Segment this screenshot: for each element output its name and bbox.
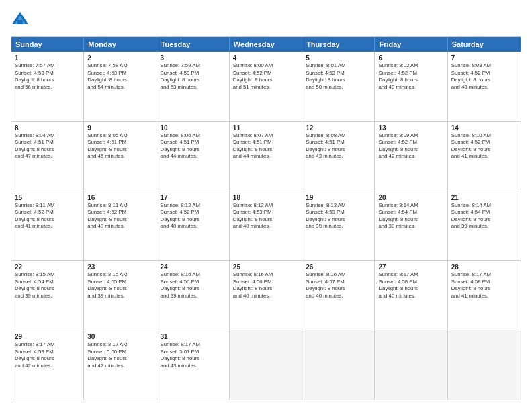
- calendar-cell: 7Sunrise: 8:03 AM Sunset: 4:52 PM Daylig…: [448, 52, 521, 121]
- cell-sun-info: Sunrise: 8:01 AM Sunset: 4:52 PM Dayligh…: [306, 62, 371, 91]
- calendar-cell: 16Sunrise: 8:11 AM Sunset: 4:52 PM Dayli…: [84, 191, 157, 261]
- day-number: 1: [15, 54, 80, 62]
- calendar-cell: 20Sunrise: 8:14 AM Sunset: 4:54 PM Dayli…: [375, 191, 447, 261]
- day-number: 26: [306, 263, 371, 271]
- day-of-week-header: Monday: [84, 37, 157, 52]
- calendar-cell: 24Sunrise: 8:16 AM Sunset: 4:56 PM Dayli…: [157, 261, 230, 330]
- calendar-cell: 8Sunrise: 8:04 AM Sunset: 4:51 PM Daylig…: [11, 122, 84, 191]
- day-number: 8: [15, 124, 80, 132]
- day-number: 24: [161, 263, 226, 271]
- calendar-week-row: 1Sunrise: 7:57 AM Sunset: 4:53 PM Daylig…: [11, 52, 521, 122]
- calendar-cell: 25Sunrise: 8:16 AM Sunset: 4:56 PM Dayli…: [230, 261, 302, 330]
- day-number: 3: [161, 54, 226, 62]
- calendar-cell: 11Sunrise: 8:07 AM Sunset: 4:51 PM Dayli…: [230, 122, 302, 191]
- day-number: 12: [306, 124, 371, 132]
- cell-sun-info: Sunrise: 8:15 AM Sunset: 4:54 PM Dayligh…: [15, 271, 80, 300]
- cell-sun-info: Sunrise: 8:03 AM Sunset: 4:52 PM Dayligh…: [451, 62, 517, 91]
- calendar-week-row: 15Sunrise: 8:11 AM Sunset: 4:52 PM Dayli…: [11, 191, 521, 261]
- day-number: 10: [161, 124, 226, 132]
- cell-sun-info: Sunrise: 8:07 AM Sunset: 4:51 PM Dayligh…: [233, 132, 298, 161]
- cell-sun-info: Sunrise: 8:11 AM Sunset: 4:52 PM Dayligh…: [87, 202, 152, 230]
- cell-sun-info: Sunrise: 7:58 AM Sunset: 4:53 PM Dayligh…: [87, 62, 152, 91]
- day-number: 9: [87, 124, 152, 132]
- cell-sun-info: Sunrise: 8:04 AM Sunset: 4:51 PM Dayligh…: [15, 132, 80, 161]
- calendar-cell: 28Sunrise: 8:17 AM Sunset: 4:58 PM Dayli…: [448, 261, 521, 330]
- day-number: 14: [451, 124, 517, 132]
- calendar-week-row: 22Sunrise: 8:15 AM Sunset: 4:54 PM Dayli…: [11, 261, 521, 330]
- calendar-cell: 9Sunrise: 8:05 AM Sunset: 4:51 PM Daylig…: [84, 122, 157, 191]
- calendar-cell: 29Sunrise: 8:17 AM Sunset: 4:59 PM Dayli…: [11, 330, 84, 400]
- cell-sun-info: Sunrise: 8:05 AM Sunset: 4:51 PM Dayligh…: [87, 132, 152, 161]
- logo: [11, 11, 32, 30]
- day-number: 27: [378, 263, 443, 271]
- day-number: 28: [451, 263, 517, 271]
- cell-sun-info: Sunrise: 8:13 AM Sunset: 4:53 PM Dayligh…: [306, 202, 371, 230]
- calendar-cell: 19Sunrise: 8:13 AM Sunset: 4:53 PM Dayli…: [302, 191, 375, 261]
- cell-sun-info: Sunrise: 8:13 AM Sunset: 4:53 PM Dayligh…: [233, 202, 298, 230]
- day-number: 4: [233, 54, 298, 62]
- day-number: 21: [451, 194, 517, 201]
- calendar-cell: [375, 330, 447, 400]
- calendar-cell: 3Sunrise: 7:59 AM Sunset: 4:53 PM Daylig…: [157, 52, 230, 121]
- cell-sun-info: Sunrise: 8:17 AM Sunset: 5:00 PM Dayligh…: [87, 341, 152, 369]
- day-number: 18: [233, 194, 298, 201]
- calendar-week-row: 8Sunrise: 8:04 AM Sunset: 4:51 PM Daylig…: [11, 122, 521, 191]
- calendar-cell: [448, 330, 521, 400]
- day-number: 15: [15, 194, 80, 201]
- day-number: 30: [87, 333, 152, 340]
- day-number: 20: [378, 194, 443, 201]
- calendar-cell: 18Sunrise: 8:13 AM Sunset: 4:53 PM Dayli…: [230, 191, 302, 261]
- header: [11, 11, 521, 30]
- calendar-cell: 5Sunrise: 8:01 AM Sunset: 4:52 PM Daylig…: [302, 52, 375, 121]
- calendar: SundayMondayTuesdayWednesdayThursdayFrid…: [11, 36, 521, 400]
- day-of-week-header: Saturday: [448, 37, 521, 52]
- day-number: 6: [378, 54, 443, 62]
- cell-sun-info: Sunrise: 8:12 AM Sunset: 4:52 PM Dayligh…: [161, 202, 226, 230]
- cell-sun-info: Sunrise: 8:15 AM Sunset: 4:55 PM Dayligh…: [87, 271, 152, 300]
- cell-sun-info: Sunrise: 8:17 AM Sunset: 4:59 PM Dayligh…: [15, 341, 80, 369]
- calendar-cell: 1Sunrise: 7:57 AM Sunset: 4:53 PM Daylig…: [11, 52, 84, 121]
- calendar-cell: 2Sunrise: 7:58 AM Sunset: 4:53 PM Daylig…: [84, 52, 157, 121]
- cell-sun-info: Sunrise: 8:16 AM Sunset: 4:56 PM Dayligh…: [161, 271, 226, 300]
- day-number: 2: [87, 54, 152, 62]
- cell-sun-info: Sunrise: 8:17 AM Sunset: 4:58 PM Dayligh…: [451, 271, 517, 300]
- logo-icon: [11, 11, 30, 30]
- calendar-cell: 15Sunrise: 8:11 AM Sunset: 4:52 PM Dayli…: [11, 191, 84, 261]
- day-number: 23: [87, 263, 152, 271]
- cell-sun-info: Sunrise: 7:59 AM Sunset: 4:53 PM Dayligh…: [161, 62, 226, 91]
- day-number: 29: [15, 333, 80, 340]
- calendar-cell: 10Sunrise: 8:06 AM Sunset: 4:51 PM Dayli…: [157, 122, 230, 191]
- cell-sun-info: Sunrise: 8:09 AM Sunset: 4:52 PM Dayligh…: [378, 132, 443, 161]
- day-number: 5: [306, 54, 371, 62]
- day-of-week-header: Tuesday: [157, 37, 230, 52]
- day-number: 22: [15, 263, 80, 271]
- day-number: 19: [306, 194, 371, 201]
- calendar-cell: 6Sunrise: 8:02 AM Sunset: 4:52 PM Daylig…: [375, 52, 447, 121]
- day-of-week-header: Sunday: [11, 37, 84, 52]
- cell-sun-info: Sunrise: 8:00 AM Sunset: 4:52 PM Dayligh…: [233, 62, 298, 91]
- day-of-week-header: Thursday: [302, 37, 375, 52]
- calendar-body: 1Sunrise: 7:57 AM Sunset: 4:53 PM Daylig…: [11, 52, 521, 400]
- calendar-cell: 23Sunrise: 8:15 AM Sunset: 4:55 PM Dayli…: [84, 261, 157, 330]
- calendar-cell: 22Sunrise: 8:15 AM Sunset: 4:54 PM Dayli…: [11, 261, 84, 330]
- calendar-cell: [230, 330, 302, 400]
- cell-sun-info: Sunrise: 8:02 AM Sunset: 4:52 PM Dayligh…: [378, 62, 443, 91]
- cell-sun-info: Sunrise: 8:10 AM Sunset: 4:52 PM Dayligh…: [451, 132, 517, 161]
- calendar-cell: 4Sunrise: 8:00 AM Sunset: 4:52 PM Daylig…: [230, 52, 302, 121]
- cell-sun-info: Sunrise: 7:57 AM Sunset: 4:53 PM Dayligh…: [15, 62, 80, 91]
- cell-sun-info: Sunrise: 8:11 AM Sunset: 4:52 PM Dayligh…: [15, 202, 80, 230]
- cell-sun-info: Sunrise: 8:06 AM Sunset: 4:51 PM Dayligh…: [161, 132, 226, 161]
- cell-sun-info: Sunrise: 8:14 AM Sunset: 4:54 PM Dayligh…: [451, 202, 517, 230]
- calendar-cell: 30Sunrise: 8:17 AM Sunset: 5:00 PM Dayli…: [84, 330, 157, 400]
- day-of-week-header: Friday: [375, 37, 447, 52]
- day-number: 11: [233, 124, 298, 132]
- cell-sun-info: Sunrise: 8:16 AM Sunset: 4:56 PM Dayligh…: [233, 271, 298, 300]
- calendar-cell: 17Sunrise: 8:12 AM Sunset: 4:52 PM Dayli…: [157, 191, 230, 261]
- cell-sun-info: Sunrise: 8:08 AM Sunset: 4:51 PM Dayligh…: [306, 132, 371, 161]
- cell-sun-info: Sunrise: 8:17 AM Sunset: 4:58 PM Dayligh…: [378, 271, 443, 300]
- calendar-cell: [302, 330, 375, 400]
- day-number: 31: [161, 333, 226, 340]
- calendar-week-row: 29Sunrise: 8:17 AM Sunset: 4:59 PM Dayli…: [11, 330, 521, 400]
- day-number: 17: [161, 194, 226, 201]
- cell-sun-info: Sunrise: 8:17 AM Sunset: 5:01 PM Dayligh…: [161, 341, 226, 369]
